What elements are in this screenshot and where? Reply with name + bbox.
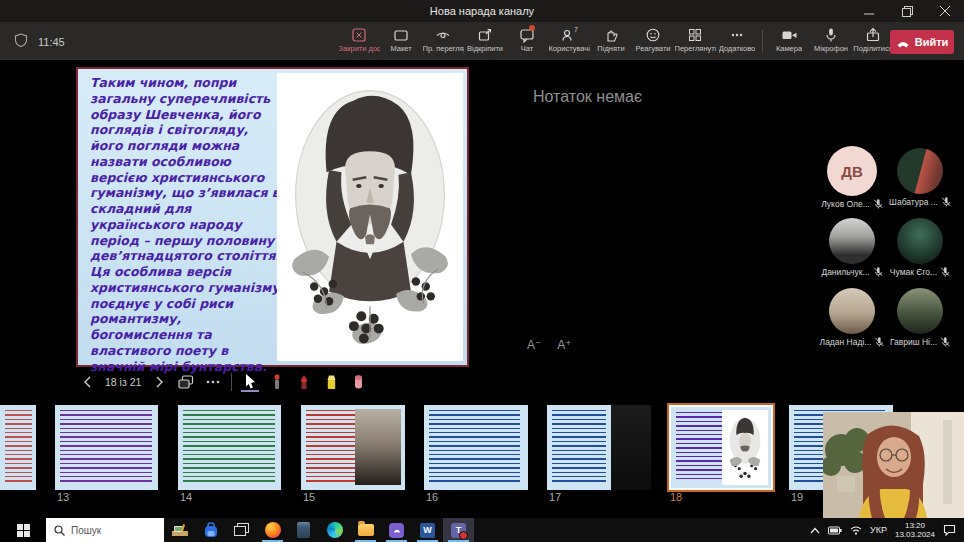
shield-icon <box>14 33 28 48</box>
pointer-tool[interactable] <box>241 372 259 392</box>
device-buttons: Камера Мікрофон Поділитися <box>768 26 894 53</box>
toolbar-label: Закрити дос... <box>339 44 380 53</box>
participant-tile[interactable]: Чумак Єго... <box>886 218 954 277</box>
more-tools-icon[interactable] <box>204 372 222 392</box>
slide-thumbnail[interactable] <box>0 405 36 490</box>
slide-thumbnail-17[interactable] <box>547 405 651 490</box>
thumbnail-text-preview <box>676 412 722 482</box>
avatar <box>829 288 875 334</box>
thumbnail-background <box>671 407 771 488</box>
highlighter-tool[interactable] <box>322 372 340 392</box>
self-video-tile[interactable] <box>823 412 964 518</box>
mic-muted-icon <box>873 267 883 277</box>
word-taskbar-icon[interactable]: W <box>412 518 443 542</box>
wifi-icon[interactable] <box>850 526 862 535</box>
language-indicator[interactable]: УКР <box>870 525 887 535</box>
window-title: Нова нарада каналу <box>430 5 534 17</box>
action-center-icon[interactable] <box>943 524 956 536</box>
toolbar-label: Макет <box>390 44 411 53</box>
thumbnail-text-preview <box>552 410 606 484</box>
close-button[interactable] <box>926 0 964 22</box>
next-slide-button[interactable] <box>150 372 168 392</box>
notes-font-controls: A⁻ A⁺ <box>527 338 572 352</box>
phone-hangup-icon <box>896 36 910 49</box>
presenter-stage: Таким чином, попри загальну суперечливіс… <box>0 60 964 400</box>
eye-icon <box>435 26 451 43</box>
smiley-icon <box>645 26 661 43</box>
chat-icon <box>519 26 535 43</box>
thumbnail-photo <box>611 405 651 490</box>
meeting-toolbar: 11:45 Закрити дос... Макет Пр. перегляд … <box>0 22 964 60</box>
time: 13:20 <box>895 521 935 530</box>
battery-icon[interactable] <box>828 526 842 535</box>
layout-button[interactable]: Макет <box>380 26 422 53</box>
microphone-button[interactable]: Мікрофон <box>810 26 852 53</box>
slide-number: 14 <box>180 491 192 503</box>
font-increase-button[interactable]: A⁺ <box>557 338 571 352</box>
slide-thumbnail-18-current[interactable] <box>667 403 775 492</box>
calculator-taskbar-icon[interactable] <box>288 518 319 542</box>
avatar <box>897 218 943 264</box>
share-button[interactable]: Поділитися <box>852 26 894 53</box>
participant-name: Данильчук... <box>821 267 869 277</box>
notes-empty-text: Нотаток немає <box>533 88 642 106</box>
thumbnail-text-preview <box>429 410 520 484</box>
previous-slide-button[interactable] <box>78 372 96 392</box>
slide-number: 15 <box>303 491 315 503</box>
teams-taskbar-icon[interactable]: T <box>443 518 474 542</box>
toolbar-divider <box>762 30 763 52</box>
participant-tile[interactable]: ДВ Луков Оле... <box>818 146 886 209</box>
raise-hand-button[interactable]: Підняти <box>590 26 632 53</box>
participant-tile[interactable]: Шабатура ... <box>886 148 954 207</box>
popout-icon <box>477 26 493 43</box>
date: 13.03.2024 <box>895 530 935 539</box>
restore-button[interactable] <box>888 0 926 22</box>
thumbnail-engraving <box>722 410 768 485</box>
viber-taskbar-icon[interactable] <box>381 518 412 542</box>
chat-button[interactable]: Чат <box>506 26 548 53</box>
private-view-button[interactable]: Пр. перегляд <box>422 26 464 53</box>
taskbar-clock[interactable]: 13:20 13.03.2024 <box>895 521 935 539</box>
edge-taskbar-icon[interactable] <box>319 518 350 542</box>
slide-sorter-icon[interactable] <box>177 372 195 392</box>
start-button[interactable] <box>0 518 46 542</box>
windows-taskbar: Пошук W T УКР 13:20 13.03.2024 <box>0 518 964 542</box>
mic-muted-icon <box>940 337 950 347</box>
slide-thumbnail-16[interactable] <box>424 405 528 490</box>
eraser-tool[interactable] <box>349 372 367 392</box>
titlebar: Нова нарада каналу <box>0 0 964 22</box>
slide-thumbnail-13[interactable] <box>55 405 158 490</box>
desktop-shortcut-notebook[interactable] <box>164 518 195 542</box>
more-button[interactable]: Додатково <box>716 26 758 53</box>
toolbar-label: Чат <box>521 44 533 53</box>
font-decrease-button[interactable]: A⁻ <box>527 338 541 352</box>
minimize-button[interactable] <box>850 0 888 22</box>
react-button[interactable]: Реагувати <box>632 26 674 53</box>
tray-chevron-icon[interactable] <box>810 527 820 534</box>
chat-notification-badge <box>529 25 535 31</box>
pen-tool[interactable] <box>295 372 313 392</box>
mic-muted-icon <box>873 199 883 209</box>
desktop-shortcut-backpack[interactable] <box>195 518 226 542</box>
leave-button[interactable]: Вийти <box>890 30 954 54</box>
calculator-icon <box>297 522 310 538</box>
participant-tile[interactable]: Данильчук... <box>818 218 886 277</box>
unpin-button[interactable]: Відкріпити <box>464 26 506 53</box>
close-content-button[interactable]: Закрити дос... <box>338 26 380 53</box>
edge-icon <box>327 522 343 538</box>
camera-button[interactable]: Камера <box>768 26 810 53</box>
participants-button[interactable]: 7 Користувачі <box>548 26 590 53</box>
slide-thumbnail-15[interactable] <box>301 405 405 490</box>
taskbar-search[interactable]: Пошук <box>46 518 164 542</box>
task-view-button[interactable] <box>226 518 257 542</box>
file-explorer-taskbar-icon[interactable] <box>350 518 381 542</box>
teams-icon: T <box>451 523 466 538</box>
firefox-taskbar-icon[interactable] <box>257 518 288 542</box>
thumbnail-text-preview <box>183 410 275 484</box>
laser-pointer-tool[interactable] <box>268 372 286 392</box>
slide-thumbnail-14[interactable] <box>178 405 281 490</box>
view-button[interactable]: Переглянути <box>674 26 716 53</box>
participant-tile[interactable]: Гавриш Ні... <box>886 288 954 347</box>
mic-icon <box>823 26 839 43</box>
participant-tile[interactable]: Ладан Наді... <box>818 288 886 347</box>
